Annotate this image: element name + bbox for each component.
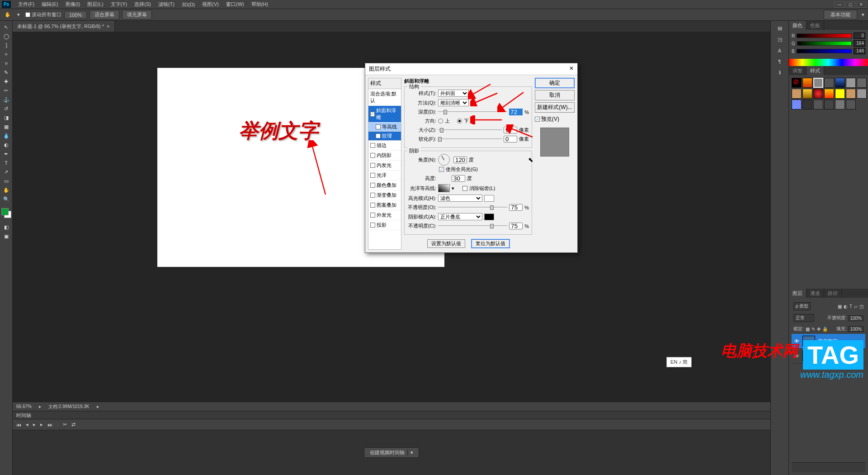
screenmode-icon[interactable]: ▣ [1, 232, 12, 241]
style-swatch[interactable] [824, 89, 834, 99]
style-swatch[interactable]: ⊘ [792, 78, 802, 88]
lock-paint-icon[interactable]: ✎ [811, 327, 815, 332]
highlight-opacity-slider[interactable] [438, 207, 507, 208]
wand-tool-icon[interactable]: ✧ [1, 50, 12, 59]
global-light-checkbox[interactable]: ✓ [439, 167, 444, 172]
menu-file[interactable]: 文件(F) [14, 0, 38, 9]
chevron-down-icon[interactable]: ▾ [452, 185, 454, 191]
tab-paths[interactable]: 路径 [824, 289, 842, 298]
style-select[interactable]: 外斜面 [438, 90, 469, 97]
next-frame-icon[interactable]: ▸ [40, 422, 43, 428]
goto-start-icon[interactable]: ⏮ [16, 422, 21, 428]
b-value[interactable]: 148 [854, 48, 865, 54]
tab-swatches[interactable]: 色板 [807, 21, 824, 30]
style-swatch[interactable] [824, 100, 834, 109]
chevron-down-icon[interactable]: ▾ [407, 450, 413, 456]
brush-tool-icon[interactable]: ✏ [1, 86, 12, 95]
fill-screen-button[interactable]: 填充屏幕 [122, 10, 152, 19]
fit-screen-button[interactable]: 适合屏幕 [90, 10, 119, 19]
healing-tool-icon[interactable]: ✚ [1, 77, 12, 86]
menu-help[interactable]: 帮助(H) [248, 0, 272, 9]
fx-contour[interactable]: 等高线 [368, 123, 401, 132]
cancel-button[interactable]: 取消 [535, 90, 575, 100]
layer-filter-type[interactable]: ρ 类型 [793, 302, 811, 310]
shadow-mode-select[interactable]: 正片叠底 [438, 213, 482, 220]
marquee-tool-icon[interactable]: ◯ [1, 32, 12, 41]
window-close-button[interactable]: ✕ [856, 1, 866, 8]
shadow-color-swatch[interactable] [484, 214, 494, 220]
style-swatch[interactable] [802, 78, 812, 88]
eraser-tool-icon[interactable]: ◨ [1, 113, 12, 122]
filter-icon[interactable]: ◳ [859, 304, 863, 309]
scroll-all-windows-checkbox[interactable]: 滚动所有窗口 [25, 11, 61, 18]
style-swatch[interactable] [857, 89, 867, 99]
zoom-level[interactable]: 66.67% [16, 404, 32, 409]
scissors-icon[interactable]: ✂ [63, 422, 67, 428]
fx-satin[interactable]: 光泽 [368, 171, 401, 180]
dodge-tool-icon[interactable]: ◐ [1, 140, 12, 149]
menu-layer[interactable]: 图层(L) [84, 0, 107, 9]
style-swatch[interactable] [802, 100, 812, 109]
dialog-titlebar[interactable]: 图层样式 ✕ [365, 63, 577, 75]
fx-inner-shadow[interactable]: 内阴影 [368, 151, 401, 161]
style-swatch[interactable] [792, 100, 802, 109]
fx-stroke[interactable]: 描边 [368, 141, 401, 151]
type-tool-icon[interactable]: T [1, 158, 12, 167]
info-panel-icon[interactable]: ℹ [779, 70, 781, 76]
gradient-tool-icon[interactable]: ▦ [1, 122, 12, 131]
style-swatch[interactable] [792, 89, 802, 99]
menu-select[interactable]: 选择(S) [131, 0, 155, 9]
fx-color-overlay[interactable]: 颜色叠加 [368, 180, 401, 190]
pen-tool-icon[interactable]: ✒ [1, 149, 12, 158]
highlight-opacity-input[interactable] [509, 204, 523, 211]
lock-move-icon[interactable]: ✥ [817, 327, 821, 332]
fx-pattern-overlay[interactable]: 图案叠加 [368, 200, 401, 210]
angle-dial[interactable] [438, 154, 450, 166]
filter-icon[interactable]: ◐ [844, 304, 848, 309]
style-swatch[interactable] [835, 89, 845, 99]
path-tool-icon[interactable]: ↗ [1, 167, 12, 176]
style-swatch[interactable] [846, 78, 856, 88]
quickmask-icon[interactable]: ◧ [1, 223, 12, 232]
fx-drop-shadow[interactable]: 投影 [368, 220, 401, 230]
blend-mode-select[interactable]: 正常 [793, 314, 814, 322]
size-slider[interactable] [438, 129, 502, 131]
filter-icon[interactable]: ▦ [838, 304, 842, 309]
stamp-tool-icon[interactable]: ⚓ [1, 95, 12, 104]
r-slider[interactable] [797, 33, 852, 38]
lasso-tool-icon[interactable]: ⟆ [1, 41, 12, 50]
create-video-timeline-button[interactable]: 创建视频时间轴 ▾ [364, 447, 419, 458]
zoom-tool-icon[interactable]: 🔍 [1, 195, 12, 204]
shadow-opacity-input[interactable] [509, 223, 523, 229]
menu-type[interactable]: 文字(Y) [107, 0, 131, 9]
menu-edit[interactable]: 编辑(E) [38, 0, 62, 9]
tab-channels[interactable]: 通道 [807, 289, 824, 298]
fx-gradient-overlay[interactable]: 渐变叠加 [368, 190, 401, 200]
tab-layers[interactable]: 图层 [789, 289, 807, 298]
histogram-panel-icon[interactable]: ▤ [778, 25, 782, 31]
soften-slider[interactable] [438, 138, 502, 140]
style-swatch[interactable] [835, 78, 845, 88]
blending-options-item[interactable]: 混合选项:默认 [368, 89, 401, 106]
goto-end-icon[interactable]: ⏭ [47, 422, 52, 428]
eyedropper-tool-icon[interactable]: ✎ [1, 68, 12, 77]
technique-select[interactable]: 雕刻清晰 [438, 99, 469, 106]
lock-transparency-icon[interactable]: ▦ [806, 327, 810, 332]
tab-styles[interactable]: 样式 [807, 66, 824, 75]
lock-all-icon[interactable]: 🔒 [822, 327, 828, 332]
chevron-right-icon[interactable]: ▸ [39, 404, 41, 409]
chevron-down-icon[interactable]: ▾ [14, 11, 23, 19]
hand-tool-icon[interactable]: ✋ [1, 185, 12, 195]
style-swatch[interactable] [824, 78, 834, 88]
angle-input[interactable] [453, 157, 467, 163]
menu-view[interactable]: 视图(V) [198, 0, 222, 9]
menu-filter[interactable]: 滤镜(T) [155, 0, 178, 9]
style-swatch[interactable] [846, 100, 856, 109]
menu-window[interactable]: 窗口(W) [222, 0, 248, 9]
fx-bevel-emboss[interactable]: ✓斜面和浮雕 [368, 106, 401, 123]
style-swatch[interactable] [802, 89, 812, 99]
g-value[interactable]: 164 [854, 40, 865, 47]
style-swatch[interactable] [835, 100, 845, 109]
tab-color[interactable]: 颜色 [789, 21, 807, 30]
fill-value[interactable]: 100% [848, 326, 863, 332]
